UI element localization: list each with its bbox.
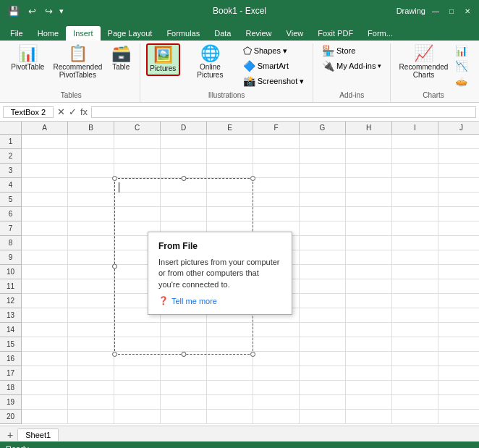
grid-cell[interactable]: [392, 337, 438, 352]
grid-cell[interactable]: [392, 207, 438, 221]
grid-cell[interactable]: [392, 236, 438, 250]
grid-cell[interactable]: [346, 395, 392, 410]
grid-cell[interactable]: [392, 352, 438, 366]
grid-cell[interactable]: [114, 323, 161, 337]
grid-cell[interactable]: [207, 178, 253, 193]
cancel-icon[interactable]: ✕: [56, 106, 66, 118]
grid-cell[interactable]: [207, 366, 253, 381]
save-icon[interactable]: 💾: [6, 4, 22, 18]
grid-cell[interactable]: [392, 308, 438, 323]
grid-cell[interactable]: [207, 193, 253, 207]
grid-cell[interactable]: [300, 279, 346, 294]
online-pictures-button[interactable]: 🌐 Online Pictures: [183, 43, 237, 81]
tab-foxit[interactable]: Foxit PDF: [310, 26, 360, 41]
grid-cell[interactable]: [346, 308, 392, 323]
grid-cell[interactable]: [438, 250, 479, 265]
grid-cell[interactable]: [114, 193, 161, 207]
line-chart-button[interactable]: 📉: [452, 59, 470, 73]
grid-cell[interactable]: [22, 279, 68, 294]
restore-button[interactable]: □: [446, 5, 457, 17]
grid-cell[interactable]: [207, 352, 253, 366]
grid-cell[interactable]: [300, 250, 346, 265]
quick-access-more[interactable]: ▾: [59, 7, 64, 16]
grid-cell[interactable]: [392, 381, 438, 395]
grid-cell[interactable]: [300, 352, 346, 366]
grid-cell[interactable]: [68, 323, 114, 337]
close-button[interactable]: ✕: [462, 5, 473, 17]
grid-cell[interactable]: [22, 236, 68, 250]
grid-cell[interactable]: [22, 337, 68, 352]
grid-cell[interactable]: [114, 178, 161, 193]
grid-cell[interactable]: [68, 410, 114, 424]
grid-cell[interactable]: [68, 279, 114, 294]
grid-cell[interactable]: [22, 207, 68, 221]
grid-cell[interactable]: [438, 135, 479, 149]
grid-cell[interactable]: [114, 337, 161, 352]
grid-cell[interactable]: [161, 323, 207, 337]
grid-cell[interactable]: [392, 164, 438, 178]
grid-cell[interactable]: [207, 381, 253, 395]
grid-cell[interactable]: [207, 149, 253, 164]
grid-cell[interactable]: [253, 410, 300, 424]
grid-cell[interactable]: [253, 149, 300, 164]
grid-cell[interactable]: [392, 265, 438, 279]
grid-cell[interactable]: [300, 308, 346, 323]
grid-cell[interactable]: [438, 352, 479, 366]
grid-cell[interactable]: [253, 207, 300, 221]
grid-cell[interactable]: [68, 164, 114, 178]
grid-cell[interactable]: [300, 410, 346, 424]
table-row[interactable]: [22, 352, 479, 366]
grid-cell[interactable]: [392, 149, 438, 164]
grid-cell[interactable]: [300, 193, 346, 207]
grid-cell[interactable]: [438, 395, 479, 410]
tab-insert[interactable]: Insert: [66, 26, 101, 41]
grid-cell[interactable]: [207, 323, 253, 337]
grid-cell[interactable]: [438, 149, 479, 164]
sheet-tab-sheet1[interactable]: Sheet1: [17, 428, 59, 441]
grid-cell[interactable]: [346, 410, 392, 424]
grid-cell[interactable]: [68, 337, 114, 352]
grid-cell[interactable]: [207, 337, 253, 352]
table-row[interactable]: [22, 135, 479, 149]
tab-view[interactable]: View: [279, 26, 311, 41]
grid-cell[interactable]: [114, 395, 161, 410]
grid-cell[interactable]: [161, 395, 207, 410]
add-sheet-button[interactable]: +: [3, 428, 17, 442]
grid-cell[interactable]: [114, 135, 161, 149]
grid-cell[interactable]: [346, 381, 392, 395]
grid-cell[interactable]: [22, 135, 68, 149]
tab-data[interactable]: Data: [207, 26, 238, 41]
grid-cell[interactable]: [161, 207, 207, 221]
grid-cell[interactable]: [438, 207, 479, 221]
bar-chart-button[interactable]: 📊: [452, 43, 470, 58]
table-row[interactable]: [22, 323, 479, 337]
grid-cell[interactable]: [68, 193, 114, 207]
redo-icon[interactable]: ↪: [43, 4, 55, 18]
grid-cell[interactable]: [68, 178, 114, 193]
smartart-button[interactable]: 🔷 SmartArt: [240, 59, 308, 73]
grid-cell[interactable]: [207, 410, 253, 424]
grid-cell[interactable]: [300, 323, 346, 337]
grid-cell[interactable]: [300, 149, 346, 164]
grid-cell[interactable]: [300, 395, 346, 410]
grid-cell[interactable]: [438, 221, 479, 236]
grid-cell[interactable]: [68, 308, 114, 323]
table-row[interactable]: [22, 410, 479, 424]
grid-cell[interactable]: [300, 337, 346, 352]
grid-cell[interactable]: [253, 178, 300, 193]
grid-cell[interactable]: [253, 366, 300, 381]
grid-cell[interactable]: [161, 149, 207, 164]
grid-cell[interactable]: [346, 294, 392, 308]
grid-cell[interactable]: [346, 164, 392, 178]
grid-cell[interactable]: [161, 410, 207, 424]
tab-file[interactable]: File: [3, 26, 30, 41]
grid-cell[interactable]: [346, 236, 392, 250]
table-row[interactable]: [22, 193, 479, 207]
grid-cell[interactable]: [68, 265, 114, 279]
grid-cell[interactable]: [253, 395, 300, 410]
my-addins-button[interactable]: 🔌 My Add-ins ▾: [319, 59, 384, 73]
grid-cell[interactable]: [300, 221, 346, 236]
tell-me-more-link[interactable]: ❓ Tell me more: [158, 296, 281, 305]
grid-cell[interactable]: [346, 207, 392, 221]
grid-cell[interactable]: [300, 236, 346, 250]
